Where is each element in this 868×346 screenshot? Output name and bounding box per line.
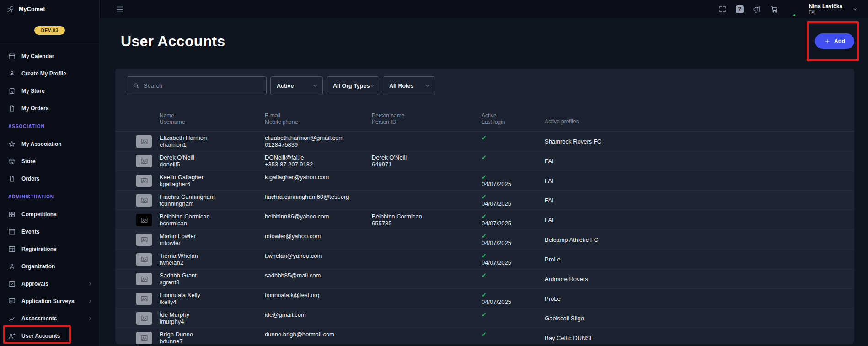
table-row-sgrant3[interactable]: Sadhbh Grantsgrant3sadhbh85@mail.com✓Ard… xyxy=(115,269,854,289)
sidebar-item-label: Application Surveys xyxy=(21,298,74,304)
person-id: 649971 xyxy=(372,161,482,168)
sidebar-item-label: User Accounts xyxy=(21,333,60,339)
column-header-active-profiles: Active profiles xyxy=(545,112,845,131)
row-avatar xyxy=(136,293,152,305)
row-avatar xyxy=(136,155,152,167)
sidebar-item-registrations[interactable]: Registrations xyxy=(0,240,99,258)
role-filter-select[interactable]: All Roles xyxy=(383,76,435,95)
table-row-fkelly4[interactable]: Fionnuala Kellyfkelly4fionnuala.k@test.o… xyxy=(115,289,854,309)
sidebar-item-assessments[interactable]: Assessments xyxy=(0,310,99,327)
search-input[interactable] xyxy=(144,82,261,89)
username: imurphy4 xyxy=(160,318,265,325)
sidebar: MyComet DEV-03 My CalendarCreate My Prof… xyxy=(0,0,100,346)
column-header-person-name: Person namePerson ID xyxy=(372,112,482,131)
sidebar-item-competitions[interactable]: Competitions xyxy=(0,206,99,223)
column-header-name: NameUsername xyxy=(160,112,265,131)
table-row-imurphy4[interactable]: Íde Murphyimurphy4ide@gmail.com✓Gaelscoi… xyxy=(115,309,854,328)
org-type-filter-select[interactable]: All Org Types xyxy=(327,76,379,95)
table-row-bdunne7[interactable]: Brígh Dunnebdunne7dunne.brigh@hotmail.co… xyxy=(115,328,854,344)
page-title: User Accounts xyxy=(121,33,225,50)
row-avatar xyxy=(136,214,152,226)
email: sadhbh85@mail.com xyxy=(265,272,372,279)
row-avatar xyxy=(136,175,152,187)
last-login: 04/07/2025 xyxy=(482,298,545,305)
last-login: 04/07/2025 xyxy=(482,240,545,246)
sidebar-item-approvals[interactable]: Approvals xyxy=(0,275,99,293)
sidebar-item-user-accounts[interactable]: User Accounts xyxy=(0,327,99,345)
sidebar-item-create-my-profile[interactable]: Create My Profile xyxy=(0,65,99,82)
survey-icon xyxy=(8,298,16,305)
sidebar-section-administration: ADMINISTRATION xyxy=(0,187,99,206)
table-row-kgallagher6[interactable]: Keelin Gallagherkgallagher6k.gallagher@y… xyxy=(115,171,854,191)
username: doneill5 xyxy=(160,161,265,168)
sidebar-item-label: My Orders xyxy=(21,105,48,112)
sidebar-item-label: Assessments xyxy=(21,315,57,322)
row-avatar xyxy=(136,135,152,148)
mobile-phone: +353 87 207 9182 xyxy=(265,161,372,168)
chevron-right-icon xyxy=(87,316,93,321)
sidebar-item-events[interactable]: Events xyxy=(0,223,99,240)
sidebar-item-label: My Store xyxy=(21,88,45,94)
username: mfowler xyxy=(160,240,265,246)
table-row-mfowler[interactable]: Martin Fowlermfowlermfowler@yahoo.com✓04… xyxy=(115,230,854,250)
sidebar-item-label: Store xyxy=(21,158,36,165)
topbar: ? Nina Lavička FAI xyxy=(100,0,868,18)
sidebar-item-orders[interactable]: Orders xyxy=(0,170,99,187)
sidebar-item-my-calendar[interactable]: My Calendar xyxy=(0,48,99,65)
row-avatar xyxy=(136,273,152,285)
user-avatar[interactable] xyxy=(788,3,800,16)
table-row-doneill5[interactable]: Derek O'Neilldoneill5DONeill@fai.ie+353 … xyxy=(115,151,854,171)
user-full-name: Derek O'Neill xyxy=(160,154,265,161)
sidebar-item-organization[interactable]: Organization xyxy=(0,258,99,275)
active-check-icon: ✓ xyxy=(482,272,545,279)
sidebar-item-store[interactable]: Store xyxy=(0,153,99,170)
user-menu[interactable]: Nina Lavička FAI xyxy=(809,3,842,15)
env-badge: DEV-03 xyxy=(34,26,65,35)
star-icon xyxy=(8,140,16,148)
app-logo[interactable]: MyComet xyxy=(0,0,99,18)
table-row-bcormican[interactable]: Beibhinn Cormicanbcormicanbeibhinn86@yah… xyxy=(115,210,854,230)
user-full-name: Sadhbh Grant xyxy=(160,272,265,279)
last-login: 04/07/2025 xyxy=(482,181,545,187)
fullscreen-icon[interactable] xyxy=(718,5,727,13)
filters-bar: Active All Org Types All Roles xyxy=(115,69,854,95)
users-icon xyxy=(8,332,16,340)
email: fiachra.cunningham60@test.org xyxy=(265,193,372,200)
cart-icon[interactable] xyxy=(770,5,778,13)
sidebar-item-my-store[interactable]: My Store xyxy=(0,82,99,100)
user-full-name: Tierna Whelan xyxy=(160,252,265,259)
chevron-down-icon xyxy=(425,83,430,89)
chevron-down-icon[interactable] xyxy=(852,6,858,12)
megaphone-icon[interactable] xyxy=(753,5,761,13)
table-row-eharmon1[interactable]: Elizabeth Harmoneharmon1elizabeth.harmon… xyxy=(115,132,854,151)
active-profiles: FAI xyxy=(545,177,554,184)
person-name: Beibhinn Cormican xyxy=(372,213,482,220)
user-icon xyxy=(8,70,16,77)
menu-icon[interactable] xyxy=(116,5,124,13)
main-content: User Accounts Add Active All Org Types xyxy=(100,18,868,346)
page-header: User Accounts Add xyxy=(100,18,868,52)
sidebar-item-application-surveys[interactable]: Application Surveys xyxy=(0,293,99,310)
status-filter-value: Active xyxy=(277,83,294,89)
status-filter-select[interactable]: Active xyxy=(270,76,323,95)
search-icon xyxy=(133,82,139,89)
user-full-name: Íde Murphy xyxy=(160,311,265,318)
role-filter-value: All Roles xyxy=(389,83,414,89)
column-header-e-mail: E-mailMobile phone xyxy=(265,112,372,131)
sidebar-item-my-orders[interactable]: My Orders xyxy=(0,100,99,117)
username: bdunne7 xyxy=(160,338,265,344)
avatar-column-spacer xyxy=(115,112,160,131)
email: dunne.brigh@hotmail.com xyxy=(265,331,372,338)
calendar-icon xyxy=(8,228,16,235)
email: fionnuala.k@test.org xyxy=(265,292,372,298)
user-full-name: Elizabeth Harmon xyxy=(160,134,265,141)
add-button[interactable]: Add xyxy=(815,33,854,49)
help-icon[interactable]: ? xyxy=(736,5,744,13)
table-row-fcunningham[interactable]: Fiachra Cunninghamfcunninghamfiachra.cun… xyxy=(115,191,854,210)
online-status-dot xyxy=(793,13,796,17)
table-row-twhelan2[interactable]: Tierna Whelantwhelan2t.whelan@yahoo.com✓… xyxy=(115,250,854,269)
sidebar-item-my-association[interactable]: My Association xyxy=(0,135,99,153)
user-full-name: Fiachra Cunningham xyxy=(160,193,265,200)
active-check-icon: ✓ xyxy=(482,252,545,259)
sidebar-item-label: Orders xyxy=(21,176,39,182)
